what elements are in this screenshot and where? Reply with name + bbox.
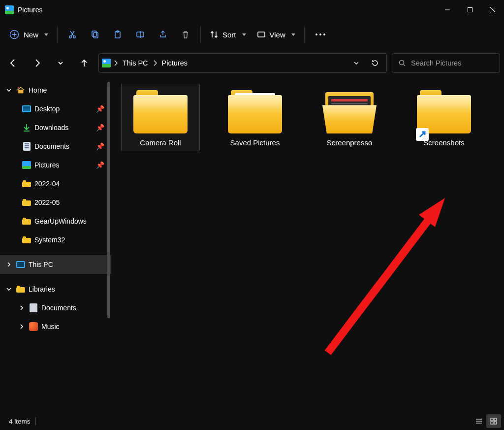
folder-icon bbox=[22, 198, 32, 207]
address-history-button[interactable] bbox=[348, 56, 365, 70]
toolbar-separator bbox=[200, 26, 201, 43]
sidebar-item-label: Home bbox=[29, 86, 111, 94]
documents-icon bbox=[22, 141, 32, 151]
search-input[interactable]: Search Pictures bbox=[392, 53, 500, 73]
sort-button[interactable]: Sort bbox=[205, 27, 251, 42]
expand-icon[interactable] bbox=[5, 262, 13, 267]
sidebar-item-pictures[interactable]: Pictures 📌 bbox=[0, 156, 111, 174]
folder-label: Screenpresso bbox=[327, 138, 373, 147]
svg-rect-29 bbox=[491, 422, 493, 424]
svg-marker-23 bbox=[419, 198, 445, 227]
view-button[interactable]: View bbox=[252, 27, 300, 42]
svg-rect-30 bbox=[494, 422, 497, 424]
sidebar-item-label: Music bbox=[41, 323, 111, 331]
paste-button[interactable] bbox=[107, 25, 128, 44]
view-label: View bbox=[270, 31, 285, 39]
nav-row: This PC Pictures Search Pictures bbox=[0, 49, 504, 77]
expand-icon[interactable] bbox=[18, 305, 26, 311]
sidebar-item-lib-documents[interactable]: Documents bbox=[0, 298, 111, 317]
breadcrumb-this-pc[interactable]: This PC bbox=[121, 57, 150, 69]
sidebar-item-label: Documents bbox=[41, 304, 111, 312]
sidebar-item-label: Downloads bbox=[34, 124, 93, 132]
folder-icon bbox=[22, 216, 32, 226]
svg-point-8 bbox=[73, 36, 75, 38]
breadcrumb-pictures[interactable]: Pictures bbox=[160, 57, 189, 69]
recent-locations-button[interactable] bbox=[51, 54, 70, 72]
downloads-icon bbox=[22, 123, 32, 132]
more-button[interactable] bbox=[309, 30, 332, 39]
folder-screenpresso[interactable]: Screenpresso bbox=[310, 84, 389, 151]
sidebar-item-system32[interactable]: System32 bbox=[0, 231, 111, 249]
chevron-right-icon bbox=[153, 60, 157, 66]
svg-line-22 bbox=[328, 210, 436, 353]
folder-icon bbox=[228, 89, 282, 133]
folder-icon bbox=[133, 89, 188, 133]
address-bar-right bbox=[348, 56, 383, 70]
folder-camera-roll[interactable]: Camera Roll bbox=[121, 84, 200, 151]
cut-button[interactable] bbox=[62, 25, 83, 44]
pictures-app-icon bbox=[5, 5, 14, 14]
window-controls bbox=[436, 0, 504, 20]
sidebar-item-label: This PC bbox=[29, 261, 111, 268]
sidebar-item-home[interactable]: Home bbox=[0, 81, 111, 99]
titlebar: Pictures bbox=[0, 0, 504, 20]
details-view-button[interactable] bbox=[472, 414, 486, 428]
body: Home Desktop 📌 Downloads 📌 Documents 📌 P… bbox=[0, 77, 504, 412]
collapse-icon[interactable] bbox=[5, 286, 13, 292]
minimize-button[interactable] bbox=[436, 0, 459, 20]
sidebar-item-desktop[interactable]: Desktop 📌 bbox=[0, 99, 111, 118]
svg-point-20 bbox=[18, 87, 19, 88]
new-button-label: New bbox=[24, 31, 38, 39]
sidebar-item-2022-04[interactable]: 2022-04 bbox=[0, 174, 111, 193]
sidebar-item-label: Libraries bbox=[29, 285, 111, 293]
pin-icon: 📌 bbox=[96, 161, 104, 169]
sidebar-item-label: Desktop bbox=[34, 105, 93, 113]
refresh-button[interactable] bbox=[367, 56, 383, 70]
maximize-button[interactable] bbox=[459, 0, 481, 20]
new-button[interactable]: New bbox=[4, 25, 53, 44]
up-button[interactable] bbox=[75, 54, 94, 72]
svg-rect-17 bbox=[258, 32, 265, 37]
toolbar-separator bbox=[57, 26, 58, 43]
copy-button[interactable] bbox=[84, 25, 106, 44]
forward-button[interactable] bbox=[28, 54, 46, 72]
folder-saved-pictures[interactable]: Saved Pictures bbox=[216, 84, 294, 151]
folder-label: Camera Roll bbox=[140, 138, 181, 147]
folder-grid: Camera Roll Saved Pictures Screenpresso … bbox=[121, 84, 499, 151]
back-button[interactable] bbox=[4, 54, 23, 72]
thumbnails-view-button[interactable] bbox=[486, 414, 501, 428]
folder-screenshots[interactable]: Screenshots bbox=[405, 84, 483, 151]
content-pane: Camera Roll Saved Pictures Screenpresso … bbox=[111, 77, 504, 412]
status-bar: 4 items bbox=[0, 412, 504, 430]
breadcrumb-label: Pictures bbox=[162, 59, 188, 67]
pictures-folder-icon bbox=[102, 59, 111, 67]
share-button[interactable] bbox=[152, 25, 174, 44]
close-button[interactable] bbox=[481, 0, 504, 20]
expand-icon[interactable] bbox=[18, 324, 26, 330]
search-placeholder: Search Pictures bbox=[411, 59, 461, 67]
sidebar-item-lib-music[interactable]: Music bbox=[0, 317, 111, 336]
delete-button[interactable] bbox=[175, 25, 196, 44]
sidebar-item-gearupwindows[interactable]: GearUpWindows bbox=[0, 212, 111, 231]
pin-icon: 📌 bbox=[96, 124, 104, 132]
svg-rect-1 bbox=[468, 8, 472, 12]
sidebar-item-downloads[interactable]: Downloads 📌 bbox=[0, 118, 111, 137]
sidebar-item-libraries[interactable]: Libraries bbox=[0, 280, 111, 298]
sidebar-item-documents[interactable]: Documents 📌 bbox=[0, 137, 111, 156]
folder-icon bbox=[22, 235, 32, 245]
scrollbar[interactable] bbox=[107, 82, 110, 318]
desktop-icon bbox=[22, 104, 32, 114]
rename-button[interactable] bbox=[129, 25, 151, 44]
sidebar-item-label: Pictures bbox=[34, 161, 93, 169]
folder-icon bbox=[322, 89, 377, 133]
collapse-icon[interactable] bbox=[5, 87, 13, 93]
folder-label: Saved Pictures bbox=[230, 138, 280, 147]
address-bar[interactable]: This PC Pictures bbox=[98, 53, 387, 73]
sidebar-item-this-pc[interactable]: This PC bbox=[0, 255, 111, 274]
home-icon bbox=[16, 85, 26, 95]
sidebar-item-2022-05[interactable]: 2022-05 bbox=[0, 193, 111, 212]
this-pc-icon bbox=[16, 260, 26, 269]
chevron-right-icon bbox=[114, 60, 118, 66]
svg-rect-28 bbox=[494, 418, 497, 421]
toolbar-separator bbox=[304, 26, 305, 43]
